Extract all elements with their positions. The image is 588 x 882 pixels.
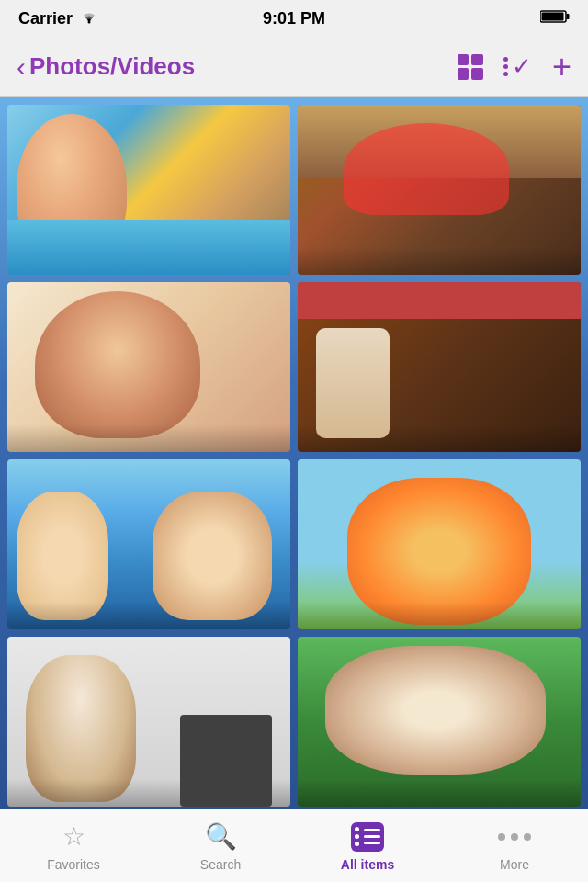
checkmark-icon: ✓ bbox=[512, 52, 532, 81]
search-glass-icon: 🔍 bbox=[205, 821, 237, 852]
select-dots bbox=[503, 57, 508, 76]
navigation-bar: ‹ Photos/Videos ✓ + bbox=[0, 37, 588, 97]
photo-item-5[interactable] bbox=[7, 459, 290, 629]
wifi-icon bbox=[80, 9, 98, 28]
tab-favorites[interactable]: ☆ Favorites bbox=[0, 820, 147, 872]
photo-overlay-3 bbox=[7, 424, 290, 452]
photo-overlay-7 bbox=[7, 779, 290, 807]
photo-item-2[interactable] bbox=[298, 105, 581, 275]
tab-bar: ☆ Favorites 🔍 Search All items bbox=[0, 808, 588, 882]
photo-item-1[interactable] bbox=[7, 105, 290, 275]
photo-item-3[interactable] bbox=[7, 282, 290, 452]
grid-icon bbox=[458, 54, 483, 80]
photo-item-6[interactable] bbox=[298, 459, 581, 629]
photo-item-8[interactable] bbox=[298, 637, 581, 807]
photo-overlay-4 bbox=[298, 424, 581, 452]
carrier-label: Carrier bbox=[18, 9, 73, 28]
nav-actions: ✓ + bbox=[458, 51, 571, 84]
status-bar: Carrier 9:01 PM bbox=[0, 0, 588, 37]
photo-overlay-5 bbox=[7, 602, 290, 629]
tab-search-label: Search bbox=[200, 857, 241, 872]
tab-search[interactable]: 🔍 Search bbox=[147, 820, 294, 872]
photo-grid bbox=[0, 97, 588, 808]
add-button[interactable]: + bbox=[552, 51, 571, 84]
tab-all-items-label: All items bbox=[341, 857, 394, 872]
tab-more-label: More bbox=[500, 857, 529, 872]
tab-favorites-label: Favorites bbox=[47, 857, 100, 872]
photo-item-4[interactable] bbox=[298, 282, 581, 452]
lines-group bbox=[364, 829, 380, 844]
select-icon: ✓ bbox=[503, 52, 532, 81]
tab-more[interactable]: More bbox=[441, 820, 588, 872]
search-icon: 🔍 bbox=[204, 820, 237, 854]
svg-point-0 bbox=[88, 20, 91, 23]
tab-all-items[interactable]: All items bbox=[294, 820, 441, 872]
star-icon: ☆ bbox=[62, 821, 85, 852]
more-icon bbox=[498, 820, 531, 854]
photo-item-7[interactable] bbox=[7, 637, 290, 807]
back-button[interactable]: ‹ Photos/Videos bbox=[17, 52, 195, 81]
photo-overlay-6 bbox=[298, 602, 581, 629]
select-button[interactable]: ✓ bbox=[503, 52, 532, 81]
battery-icon bbox=[540, 9, 570, 28]
all-items-icon-wrap bbox=[351, 822, 384, 852]
svg-rect-3 bbox=[542, 12, 564, 20]
more-dots-icon bbox=[498, 833, 531, 841]
grid-view-button[interactable] bbox=[458, 54, 483, 80]
all-items-icon bbox=[351, 820, 384, 854]
photo-overlay-8 bbox=[298, 779, 581, 807]
page-title: Photos/Videos bbox=[29, 52, 195, 81]
dot-group bbox=[355, 827, 359, 846]
svg-rect-2 bbox=[567, 14, 570, 19]
photo-overlay-1 bbox=[7, 247, 290, 275]
photo-overlay-2 bbox=[298, 247, 581, 275]
time-display: 9:01 PM bbox=[263, 9, 325, 28]
plus-icon: + bbox=[552, 51, 571, 84]
back-chevron-icon: ‹ bbox=[17, 53, 26, 81]
favorites-icon: ☆ bbox=[57, 820, 90, 854]
